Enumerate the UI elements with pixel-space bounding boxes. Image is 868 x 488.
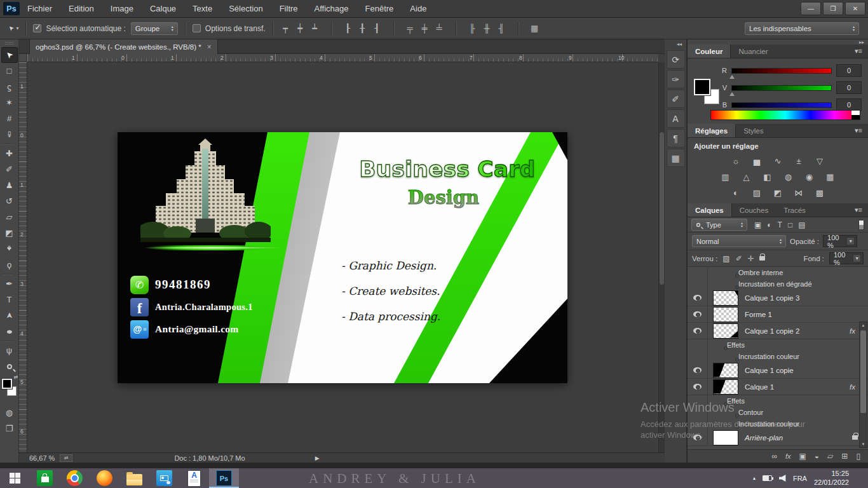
minimize-button[interactable]: — — [801, 2, 821, 15]
layer-row[interactable]: Forme 1 — [688, 306, 868, 323]
layer-thumbnail[interactable] — [713, 323, 738, 339]
battery-icon[interactable] — [763, 475, 772, 481]
hand-tool[interactable]: ψ — [1, 342, 18, 358]
tab-calques[interactable]: Calques — [688, 203, 732, 217]
layer-fx-icon[interactable]: fx — [850, 327, 855, 335]
layer-name[interactable]: Calque 1 copie 3 — [745, 294, 868, 302]
panel-menu-icon[interactable]: ▾≡ — [855, 44, 868, 58]
filter-adjustment-layers-icon[interactable]: ◐ — [767, 220, 771, 229]
layer-filter-type-dropdown[interactable]: Type ▴ ▾ — [691, 219, 747, 231]
align-horizontal-centers-icon[interactable]: ╂ — [357, 24, 368, 33]
panel-grip[interactable] — [5, 42, 13, 44]
color-balance-icon[interactable]: △ — [740, 172, 753, 182]
ellipse-tool[interactable]: ● — [1, 323, 18, 339]
filter-type-layers-icon[interactable]: T — [778, 220, 782, 229]
scrollbar-thumb[interactable] — [860, 330, 866, 413]
new-lay er-icon[interactable]: ⊞ — [841, 452, 848, 461]
invert-icon[interactable]: ◐ — [729, 188, 742, 198]
link-layers-icon[interactable]: ∞ — [771, 452, 777, 461]
layer-name[interactable]: Calque 1 copie — [745, 367, 868, 374]
menu-calque[interactable]: Calque — [150, 4, 176, 13]
taskbar-chrome[interactable] — [60, 468, 90, 488]
speaker-icon[interactable] — [779, 475, 786, 482]
align-right-edges-icon[interactable]: ┨ — [372, 24, 383, 33]
layer-effect-row[interactable]: Ombre interne — [688, 267, 868, 278]
lock-position-icon[interactable]: ✛ — [748, 254, 754, 263]
taskbar-microsoft-store[interactable] — [30, 468, 60, 488]
rectangular-marquee-tool[interactable]: □ — [1, 63, 18, 79]
eye-icon[interactable] — [693, 384, 702, 390]
layer-effect-row[interactable]: Incrustation en dégradé — [688, 278, 868, 290]
effect-name[interactable]: Ombre interne — [738, 269, 783, 276]
layer-effect-row[interactable]: Effets — [688, 339, 868, 351]
foreground-color-swatch[interactable] — [694, 79, 710, 95]
tab-styles[interactable]: Styles — [736, 124, 771, 137]
delete-layer-icon[interactable]: ▯ — [856, 452, 860, 461]
layer-row[interactable]: Calque 1 copie — [688, 362, 868, 379]
close-button[interactable]: ✕ — [845, 2, 865, 15]
tab-nuancier[interactable]: Nuancier — [731, 44, 775, 58]
layer-effect-row[interactable]: Effets — [688, 395, 868, 407]
tray-expand-icon[interactable]: ▴ — [753, 475, 756, 481]
blend-mode-dropdown[interactable]: Normal ▴ ▾ — [692, 235, 786, 247]
menu-image[interactable]: Image — [111, 4, 133, 13]
layer-filter-toggle[interactable] — [858, 220, 864, 230]
align-vertical-centers-icon[interactable]: ┿ — [295, 24, 306, 33]
layer-thumbnail[interactable] — [713, 363, 738, 378]
align-top-edges-icon[interactable]: ┯ — [280, 24, 291, 33]
layer-row[interactable]: Arrière-plan — [688, 430, 868, 446]
menu-aide[interactable]: Aide — [410, 4, 426, 13]
channel-mixer-icon[interactable]: ◉ — [803, 172, 816, 182]
channel-slider[interactable] — [731, 68, 832, 74]
curves-icon[interactable]: ∿ — [771, 156, 784, 166]
layer-effect-row[interactable]: Incrustation couleur — [688, 418, 868, 430]
layer-effect-row[interactable]: Incrustation couleur — [688, 351, 868, 362]
layer-name[interactable]: Forme 1 — [745, 311, 868, 318]
posterize-icon[interactable]: ▨ — [750, 188, 763, 198]
layer-thumbnail[interactable] — [713, 290, 738, 306]
visibility-cell[interactable] — [688, 323, 708, 339]
effect-name[interactable]: Effets — [727, 341, 745, 349]
tab-reglages[interactable]: Réglages — [688, 124, 736, 137]
scrollbar-thumb[interactable] — [660, 132, 664, 285]
brush-presets-panel-icon[interactable]: ✑ — [667, 70, 685, 88]
panel-menu-icon[interactable]: ▾≡ — [855, 124, 868, 137]
clock[interactable]: 15:25 22/01/2022 — [814, 470, 849, 487]
channel-value[interactable]: 0 — [836, 64, 862, 77]
lock-paint-icon[interactable]: ✐ — [736, 254, 742, 263]
eye-icon[interactable] — [693, 295, 702, 301]
canvas-vertical-scrollbar[interactable] — [658, 62, 665, 452]
layer-row[interactable]: Calque 1 copie 2fx — [688, 323, 868, 339]
channel-slider[interactable] — [731, 85, 832, 91]
filter-pixel-layers-icon[interactable]: ▣ — [754, 220, 761, 229]
properties-panel-icon[interactable]: ▦ — [667, 149, 685, 167]
lock-all-icon[interactable] — [759, 256, 765, 261]
distribute-horizontal-centers-icon[interactable]: ╫ — [482, 24, 492, 33]
filter-smart-objects-icon[interactable]: ▤ — [798, 220, 805, 229]
crop-tool[interactable]: # — [1, 111, 18, 126]
collapse-panels-icon[interactable]: ◂◂ — [677, 41, 682, 47]
selective-color-icon[interactable]: ⋈ — [792, 188, 805, 198]
blur-tool[interactable]: ♠ — [1, 241, 18, 257]
zoom-level[interactable]: 66,67 % — [29, 454, 55, 462]
layer-group-icon[interactable]: ▱ — [827, 452, 833, 461]
eye-icon[interactable] — [693, 311, 702, 317]
exposure-icon[interactable]: ± — [792, 156, 805, 166]
eraser-tool[interactable]: ▱ — [1, 209, 18, 225]
effect-name[interactable]: Effets — [727, 397, 745, 405]
visibility-cell[interactable] — [688, 379, 708, 395]
workspace-dropdown[interactable]: Les indispensables ▴ ▾ — [745, 22, 859, 35]
quick-mask-button[interactable]: ◍ — [1, 405, 18, 421]
eye-icon[interactable] — [693, 435, 702, 440]
fill-field[interactable]: 100 % ▼ — [829, 252, 864, 264]
black-white-icon[interactable]: ◧ — [761, 172, 774, 182]
layer-thumbnail[interactable] — [713, 430, 738, 445]
effect-name[interactable]: Incrustation en dégradé — [738, 280, 812, 288]
layer-mask-icon[interactable]: ▣ — [799, 452, 806, 461]
color-lookup-icon[interactable]: ▦ — [824, 172, 837, 182]
distribute-vertical-centers-icon[interactable]: ╪ — [419, 24, 430, 33]
tab-couleur[interactable]: Couleur — [688, 44, 731, 58]
eyedropper-tool[interactable]: ✑ — [1, 126, 18, 142]
history-panel-icon[interactable]: ⟳ — [667, 50, 685, 69]
language-indicator[interactable]: FRA — [793, 475, 807, 482]
